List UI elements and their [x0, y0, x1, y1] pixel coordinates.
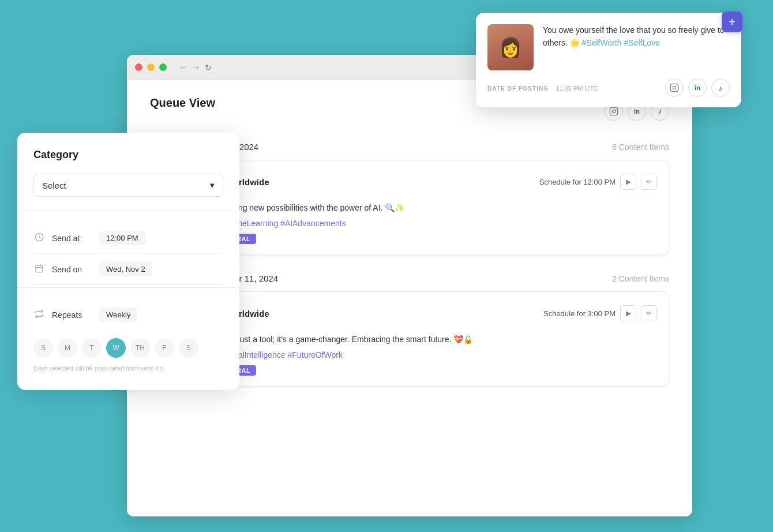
back-button[interactable]: ← — [179, 63, 187, 72]
send-on-value[interactable]: Wed, Nov 2 — [99, 262, 152, 276]
preview-footer: DATE OF POSTING 11:45 PM UTC in ♪ — [487, 78, 730, 97]
card-text-area-1: Unlocking new possibilities with the pow… — [212, 202, 657, 244]
schedule-text-1: Schedule for 12:00 PM — [539, 178, 616, 186]
card-hashtags-2: #ArtificialIntelligence #FutureOfWork — [212, 350, 657, 359]
preview-date-value: 11:45 PM UTC — [556, 85, 598, 92]
repeats-label: Repeats — [52, 310, 92, 320]
card-text-area-2: AI isn't just a tool; it's a game-change… — [212, 334, 657, 376]
category-select[interactable]: Select ▾ — [33, 174, 223, 197]
forward-button[interactable]: → — [192, 63, 200, 72]
preview-card: 👩 You owe yourself the love that you so … — [476, 13, 741, 107]
preview-hashtags: #SelfWorth #SelfLove — [582, 38, 660, 47]
days-hint: Days selected will be post dated from se… — [33, 365, 223, 372]
days-row: SMTWTHFS — [33, 338, 223, 358]
preview-date-area: DATE OF POSTING 11:45 PM UTC — [487, 83, 598, 93]
preview-thumb-image: 👩 — [487, 24, 534, 70]
preview-card-body: 👩 You owe yourself the love that you so … — [487, 24, 730, 70]
day-button-f[interactable]: F — [155, 338, 174, 358]
schedule-text-2: Schedule for 3:00 PM — [543, 309, 616, 318]
send-at-value[interactable]: 12:00 PM — [99, 231, 145, 245]
queue-count-1: 6 Content Items — [612, 143, 669, 152]
day-button-s[interactable]: S — [179, 338, 198, 358]
preview-plus-button[interactable]: + — [722, 12, 742, 32]
card-forward-btn-1[interactable]: ▶ — [620, 174, 636, 190]
svg-point-2 — [676, 85, 677, 86]
divider-2 — [17, 287, 239, 288]
preview-social-icons: in ♪ — [665, 78, 730, 97]
reload-button[interactable]: ↻ — [205, 63, 212, 72]
calendar-icon — [33, 264, 45, 275]
tiktok-icon[interactable]: ♪ — [711, 78, 730, 97]
day-button-th[interactable]: TH — [130, 338, 150, 358]
queue-view-title: Queue View — [150, 96, 215, 110]
divider-1 — [17, 211, 239, 211]
card-edit-btn-2[interactable]: ✏ — [641, 305, 657, 321]
send-on-row: Send on Wed, Nov 2 — [33, 254, 223, 285]
minimize-button[interactable] — [147, 63, 155, 71]
preview-date-label: DATE OF POSTING — [487, 85, 549, 92]
dropdown-arrow-icon: ▾ — [210, 180, 215, 190]
preview-thumbnail: 👩 — [487, 24, 534, 70]
repeats-row: Repeats Weekly — [33, 299, 223, 330]
day-button-t[interactable]: T — [82, 338, 102, 358]
repeat-icon — [33, 309, 45, 321]
instagram-icon[interactable] — [665, 78, 684, 97]
send-at-label: Send at — [52, 234, 92, 243]
repeats-value[interactable]: Weekly — [99, 308, 137, 322]
send-on-label: Send on — [52, 265, 92, 274]
card-edit-btn-1[interactable]: ✏ — [641, 174, 657, 190]
plus-icon: + — [729, 16, 736, 29]
day-button-w[interactable]: W — [106, 338, 126, 358]
svg-point-1 — [673, 86, 676, 89]
card-forward-btn-2[interactable]: ▶ — [620, 305, 636, 321]
category-panel: Category Select ▾ Send at 12:00 PM Send … — [17, 133, 239, 390]
category-title: Category — [33, 149, 223, 161]
day-button-s[interactable]: S — [33, 338, 53, 358]
maximize-button[interactable] — [159, 63, 167, 71]
svg-rect-0 — [670, 84, 678, 91]
select-label: Select — [42, 181, 66, 190]
linkedin-icon[interactable]: in — [688, 78, 707, 97]
browser-nav: ← → ↻ — [179, 63, 212, 72]
svg-rect-7 — [36, 265, 43, 272]
card-text-2: AI isn't just a tool; it's a game-change… — [212, 334, 657, 346]
preview-text: You owe yourself the love that you so fr… — [543, 24, 730, 49]
preview-text-area: You owe yourself the love that you so fr… — [543, 24, 730, 70]
close-button[interactable] — [135, 63, 142, 71]
send-at-row: Send at 12:00 PM — [33, 223, 223, 254]
svg-point-5 — [616, 108, 616, 109]
card-hashtags-1: #MachineLearning #AIAdvancements — [212, 219, 657, 228]
card-text-1: Unlocking new possibilities with the pow… — [212, 202, 657, 214]
card-schedule-2: Schedule for 3:00 PM ▶ ✏ — [543, 305, 657, 321]
card-schedule-1: Schedule for 12:00 PM ▶ ✏ — [539, 174, 657, 190]
day-button-m[interactable]: M — [58, 338, 77, 358]
svg-point-4 — [612, 110, 615, 113]
clock-icon — [33, 233, 45, 244]
queue-count-2: 2 Content Items — [612, 274, 669, 283]
svg-rect-3 — [610, 107, 617, 115]
